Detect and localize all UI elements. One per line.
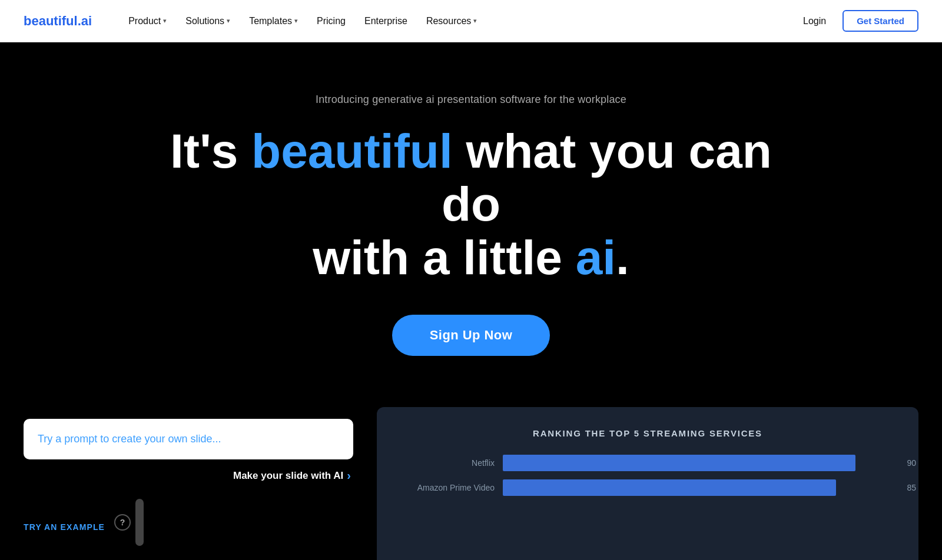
nav-product-label: Product: [128, 16, 161, 26]
prompt-input[interactable]: [24, 419, 353, 459]
nav-pricing-label: Pricing: [317, 16, 346, 26]
chart-label-netflix: Netflix: [400, 458, 495, 468]
hero-title: It's beautiful what you can do with a li…: [147, 125, 795, 284]
nav-solutions-label: Solutions: [185, 16, 224, 26]
chart-row-netflix: Netflix 90: [400, 455, 895, 471]
hero-title-highlight2: ai: [576, 231, 616, 284]
nav-actions: Login Get Started: [796, 10, 918, 32]
chart-label-amazon: Amazon Prime Video: [400, 483, 495, 492]
nav-item-solutions[interactable]: Solutions ▾: [177, 11, 238, 31]
chart-bar-container-netflix: 90: [503, 455, 895, 471]
hero-title-part1: It's: [170, 124, 251, 178]
chevron-down-icon: ▾: [163, 17, 167, 25]
logo-ai: ai: [81, 14, 92, 28]
try-example-link[interactable]: TRY AN EXAMPLE: [24, 522, 105, 532]
login-button[interactable]: Login: [796, 11, 833, 31]
hero-signup-button[interactable]: Sign Up Now: [392, 315, 550, 356]
chart-title: RANKING THE TOP 5 STREAMING SERVICES: [400, 428, 895, 438]
get-started-button[interactable]: Get Started: [843, 10, 918, 32]
logo-text: beautiful: [24, 14, 78, 28]
chart-bar-container-amazon: 85: [503, 479, 895, 496]
navbar: beautiful.ai Product ▾ Solutions ▾ Templ…: [0, 0, 942, 42]
help-icon[interactable]: ?: [114, 514, 131, 531]
chevron-down-icon: ▾: [294, 17, 298, 25]
hero-title-part3: with a little: [313, 231, 575, 284]
hero-subtitle: Introducing generative ai presentation s…: [316, 94, 626, 106]
chevron-down-icon: ▾: [473, 17, 477, 25]
hero-section: Introducing generative ai presentation s…: [0, 42, 942, 407]
nav-item-templates[interactable]: Templates ▾: [241, 11, 306, 31]
hero-title-part2: what you can do: [442, 124, 772, 231]
make-slide-label: Make your slide with AI: [233, 470, 343, 482]
hero-title-period: .: [616, 231, 629, 284]
nav-resources-label: Resources: [426, 16, 471, 26]
logo[interactable]: beautiful.ai: [24, 14, 92, 29]
bottom-section: Make your slide with AI › TRY AN EXAMPLE…: [0, 407, 942, 560]
make-slide-link[interactable]: Make your slide with AI ›: [24, 459, 353, 487]
chevron-down-icon: ▾: [227, 17, 230, 25]
left-panel: Make your slide with AI › TRY AN EXAMPLE…: [24, 407, 353, 558]
bottom-left-actions: TRY AN EXAMPLE ?: [24, 499, 353, 546]
arrow-right-icon: ›: [347, 469, 351, 482]
nav-templates-label: Templates: [249, 16, 292, 26]
chart-bar-netflix: [503, 455, 855, 471]
scrollbar-indicator: [135, 499, 144, 546]
chart-bar-amazon: [503, 479, 836, 496]
nav-item-product[interactable]: Product ▾: [120, 11, 175, 31]
nav-item-resources[interactable]: Resources ▾: [418, 11, 485, 31]
chart-panel: RANKING THE TOP 5 STREAMING SERVICES Net…: [377, 407, 918, 560]
nav-enterprise-label: Enterprise: [364, 16, 407, 26]
hero-title-highlight1: beautiful: [251, 124, 453, 178]
chart-value-amazon: 85: [898, 483, 916, 492]
nav-item-enterprise[interactable]: Enterprise: [356, 11, 416, 31]
chart-row-amazon: Amazon Prime Video 85: [400, 479, 895, 496]
nav-links: Product ▾ Solutions ▾ Templates ▾ Pricin…: [120, 11, 796, 31]
nav-item-pricing[interactable]: Pricing: [309, 11, 354, 31]
chart-value-netflix: 90: [898, 458, 916, 468]
